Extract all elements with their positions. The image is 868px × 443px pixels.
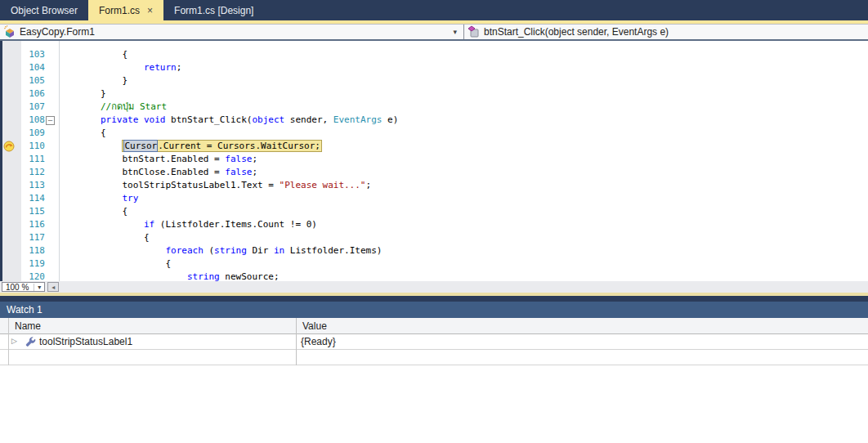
code-text: btnStart.Enabled = false; <box>57 153 257 166</box>
line-number: 110 <box>22 140 45 153</box>
row-gutter-line <box>8 318 9 365</box>
current-statement-breakpoint-icon[interactable] <box>3 141 15 152</box>
tab-form1-cs-design[interactable]: Form1.cs [Design] <box>163 0 264 20</box>
code-text: Cursor.Current = Cursors.WaitCursor; <box>57 140 322 153</box>
code-line-107[interactable]: 107 //กดปุ่ม Start <box>0 101 868 114</box>
code-line-119[interactable]: 119 { <box>0 257 868 271</box>
code-line-120[interactable]: 120 string newSource; <box>0 271 868 281</box>
watch-name-cell[interactable]: toolStripStatusLabel1 <box>39 334 132 350</box>
line-number: 116 <box>22 218 45 231</box>
line-number: 104 <box>22 61 45 74</box>
line-number: 117 <box>22 231 45 244</box>
code-line-111[interactable]: 111 btnStart.Enabled = false; <box>0 153 868 166</box>
code-text: } <box>57 74 128 87</box>
code-text: return; <box>57 61 181 74</box>
column-separator[interactable] <box>296 318 297 365</box>
code-line-114[interactable]: 114 try <box>0 192 868 205</box>
line-number: 118 <box>22 244 45 257</box>
line-number: 109 <box>22 127 45 140</box>
scope-dropdown[interactable]: EasyCopy.Form1 ▾ <box>0 25 464 39</box>
watch-grid-header: Name Value <box>0 318 868 334</box>
editor-bottom-bar: 100 % ▾ ◂ <box>0 281 868 293</box>
tab-form1-cs[interactable]: Form1.cs × <box>88 0 163 20</box>
tab-label: Form1.cs <box>99 5 140 16</box>
code-line-110[interactable]: 110 Cursor.Current = Cursors.WaitCursor; <box>0 140 868 153</box>
hscroll-left-button[interactable]: ◂ <box>47 282 59 292</box>
method-icon <box>468 25 481 38</box>
column-header-value: Value <box>302 318 327 334</box>
document-tab-bar: Object Browser Form1.cs × Form1.cs [Desi… <box>0 0 868 20</box>
zoom-level-dropdown[interactable]: 100 % ▾ <box>2 282 45 292</box>
watch-value-cell[interactable]: {Ready} <box>301 334 336 350</box>
member-dropdown[interactable]: btnStart_Click(object sender, EventArgs … <box>464 25 868 39</box>
line-number: 114 <box>22 192 45 205</box>
collapse-region-icon[interactable]: – <box>46 116 55 125</box>
code-text: { <box>57 205 128 218</box>
scope-label: EasyCopy.Form1 <box>20 26 95 38</box>
watch-row[interactable]: ▷ toolStripStatusLabel1 {Ready} <box>0 334 868 350</box>
line-number: 113 <box>22 179 45 192</box>
line-number: 115 <box>22 205 45 218</box>
watch-row-empty[interactable] <box>0 350 868 365</box>
code-line-115[interactable]: 115 { <box>0 205 868 218</box>
tab-label: Object Browser <box>11 5 78 16</box>
code-line-113[interactable]: 113 toolStripStatusLabel1.Text = "Please… <box>0 179 868 192</box>
close-icon[interactable]: × <box>147 6 153 16</box>
line-number: 107 <box>22 101 45 114</box>
expander-icon[interactable]: ▷ <box>11 337 17 345</box>
code-text: { <box>57 231 150 244</box>
symbol-highlight: Cursor <box>123 140 158 152</box>
code-text: { <box>57 48 128 61</box>
wrench-icon <box>25 336 36 347</box>
code-text: foreach (string Dir in Listfolder.Items) <box>57 244 382 257</box>
code-text: toolStripStatusLabel1.Text = "Please wai… <box>57 179 371 192</box>
code-line-112[interactable]: 112 btnClose.Enabled = false; <box>0 166 868 179</box>
code-line-109[interactable]: 109 { <box>0 127 868 140</box>
ide-window: Object Browser Form1.cs × Form1.cs [Desi… <box>0 0 868 443</box>
code-line-118[interactable]: 118 foreach (string Dir in Listfolder.It… <box>0 244 868 257</box>
line-number: 111 <box>22 153 45 166</box>
code-text: } <box>57 87 106 101</box>
zoom-level-value: 100 % <box>2 283 34 292</box>
code-text: { <box>57 257 171 271</box>
code-text: if (Listfolder.Items.Count != 0) <box>57 218 317 231</box>
line-number: 119 <box>22 257 45 271</box>
column-header-name: Name <box>15 318 41 334</box>
member-label: btnStart_Click(object sender, EventArgs … <box>484 26 669 38</box>
code-text: private void btnStart_Click(object sende… <box>57 114 398 127</box>
code-text: string newSource; <box>57 271 280 281</box>
panel-splitter[interactable] <box>0 296 868 302</box>
code-text: try <box>57 192 138 205</box>
code-line-117[interactable]: 117 { <box>0 231 868 244</box>
code-line-116[interactable]: 116 if (Listfolder.Items.Count != 0) <box>0 218 868 231</box>
chevron-down-icon[interactable]: ▾ <box>453 28 457 36</box>
code-text: btnClose.Enabled = false; <box>57 166 257 179</box>
code-text: //กดปุ่ม Start <box>57 101 167 114</box>
watch-panel: Name Value ▷ toolStripStatusLabel1 {Read… <box>0 318 868 443</box>
line-number: 106 <box>22 87 45 101</box>
line-number: 108 <box>22 114 45 127</box>
watch-panel-title[interactable]: Watch 1 <box>0 302 868 318</box>
code-editor[interactable]: 103 {104 return;105 }106 }107 //กดปุ่ม S… <box>0 41 868 281</box>
line-number: 112 <box>22 166 45 179</box>
code-navigation-bar: EasyCopy.Form1 ▾ btnStart_Click(object s… <box>0 24 868 41</box>
line-number: 105 <box>22 74 45 87</box>
code-line-105[interactable]: 105 } <box>0 74 868 87</box>
line-number: 103 <box>22 48 45 61</box>
tab-label: Form1.cs [Design] <box>174 5 253 16</box>
line-number: 120 <box>22 271 45 281</box>
code-text: { <box>57 127 106 140</box>
chevron-down-icon: ▾ <box>34 284 44 291</box>
class-icon <box>3 25 16 38</box>
code-line-103[interactable]: 103 { <box>0 48 868 61</box>
code-line-106[interactable]: 106 } <box>0 87 868 101</box>
tab-object-browser[interactable]: Object Browser <box>0 0 88 20</box>
code-line-104[interactable]: 104 return; <box>0 61 868 74</box>
current-statement-highlight: Cursor.Current = Cursors.WaitCursor; <box>122 140 321 152</box>
code-line-108[interactable]: 108– private void btnStart_Click(object … <box>0 114 868 127</box>
